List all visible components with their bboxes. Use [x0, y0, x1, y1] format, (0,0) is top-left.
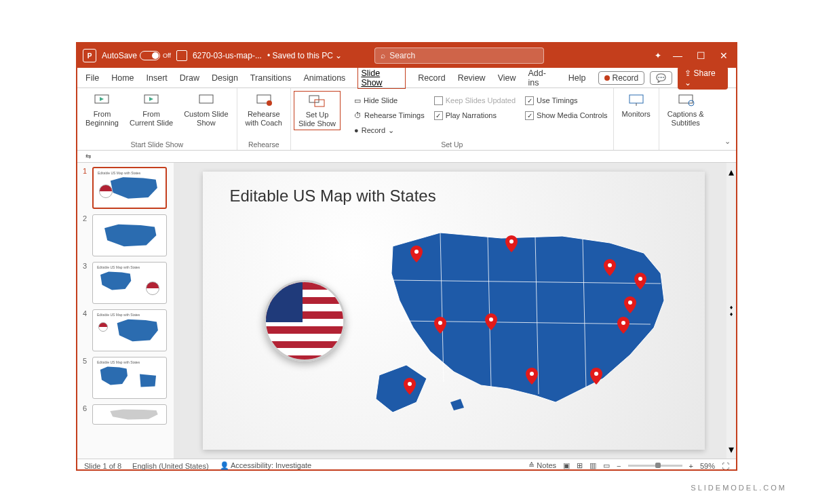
titlebar: P AutoSave Off 6270-03-us-map-... • Save… [77, 43, 736, 68]
thumbnail-6[interactable] [92, 404, 167, 425]
monitors-button[interactable]: Monitors [619, 91, 653, 120]
record-dropdown[interactable]: ● Record ⌄ [354, 123, 425, 137]
workspace: 1Editable US Map with States 2 3Editable… [77, 163, 736, 459]
rehearse-timings-button[interactable]: ⏱ Rehearse Timings [354, 109, 425, 122]
quick-access-bar: ⇆ [77, 151, 736, 163]
tab-draw[interactable]: Draw [180, 72, 199, 84]
collapse-ribbon-icon[interactable]: ⌄ [724, 137, 731, 146]
svg-rect-4 [199, 95, 213, 103]
keep-slides-updated-checkbox[interactable]: Keep Slides Updated [434, 94, 516, 107]
rehearse-with-coach-button[interactable]: Rehearse with Coach [243, 91, 285, 129]
play-icon [92, 92, 111, 109]
sparkle-icon[interactable]: ✦ [655, 51, 661, 60]
thumbnail-2[interactable] [92, 214, 167, 256]
svg-point-26 [530, 372, 534, 376]
tab-help[interactable]: Help [568, 72, 586, 84]
slide-canvas[interactable]: Editable US Map with States [203, 172, 705, 450]
language-status[interactable]: English (United States) [132, 462, 209, 470]
canvas-scrollbar[interactable]: ▴♦♦▾ [726, 163, 736, 459]
monitor-icon [627, 92, 646, 109]
normal-view-icon[interactable]: ▣ [563, 461, 570, 470]
tab-review[interactable]: Review [458, 72, 486, 84]
share-button[interactable]: ⇪ Share ⌄ [678, 66, 728, 90]
show-media-controls-checkbox[interactable]: Show Media Controls [525, 109, 608, 122]
tab-home[interactable]: Home [111, 72, 134, 84]
tab-design[interactable]: Design [212, 72, 238, 84]
comments-button[interactable]: 💬 [650, 71, 672, 85]
zoom-in-button[interactable]: + [689, 462, 693, 470]
captions-subtitles-button[interactable]: Captions & Subtitles [665, 91, 707, 129]
powerpoint-icon: P [83, 49, 96, 62]
use-timings-checkbox[interactable]: Use Timings [525, 94, 608, 107]
svg-marker-1 [100, 97, 104, 101]
svg-point-29 [408, 382, 412, 386]
from-beginning-button[interactable]: From Beginning [83, 91, 121, 129]
group-label-rehearse: Rehearse [248, 140, 279, 149]
tab-record[interactable]: Record [418, 72, 445, 84]
play-narrations-checkbox[interactable]: Play Narrations [434, 109, 516, 122]
slide-counter[interactable]: Slide 1 of 8 [84, 462, 121, 470]
svg-rect-8 [315, 100, 324, 106]
document-filename: 6270-03-us-map-... [193, 51, 262, 60]
thumbnail-1[interactable]: Editable US Map with States [92, 167, 167, 209]
svg-point-24 [621, 321, 625, 325]
slideshow-view-icon[interactable]: ▭ [603, 461, 610, 470]
zoom-out-button[interactable]: − [617, 462, 621, 470]
svg-rect-11 [679, 95, 693, 103]
tab-addins[interactable]: Add-ins [528, 67, 556, 89]
svg-point-23 [628, 301, 632, 305]
close-button[interactable]: ✕ [717, 50, 731, 61]
accessibility-status[interactable]: 👤 Accessibility: Investigate [220, 461, 312, 470]
slide-thumbnails-panel: 1Editable US Map with States 2 3Editable… [77, 163, 174, 459]
thumbnails-scrollbar[interactable] [174, 163, 180, 459]
ribbon-tabs: File Home Insert Draw Design Transitions… [77, 68, 736, 88]
ribbon: From Beginning From Current Slide Custom… [77, 88, 736, 151]
fit-to-window-icon[interactable]: ⛶ [722, 462, 729, 470]
save-icon[interactable] [176, 50, 187, 61]
minimize-button[interactable]: — [671, 50, 684, 61]
tab-file[interactable]: File [85, 72, 99, 84]
tab-animations[interactable]: Animations [304, 72, 346, 84]
custom-show-icon [197, 92, 216, 109]
svg-point-21 [608, 263, 612, 267]
setup-icon [308, 93, 327, 109]
captions-icon [676, 92, 695, 109]
search-input[interactable]: ⌕ Search [374, 47, 544, 64]
from-current-slide-button[interactable]: From Current Slide [127, 91, 176, 129]
toggle-off-icon [140, 51, 160, 60]
svg-point-25 [594, 372, 598, 376]
watermark: SLIDEMODEL.COM [691, 484, 787, 492]
hide-slide-button[interactable]: ▭ Hide Slide [354, 94, 425, 107]
autosave-toggle[interactable]: AutoSave Off [102, 51, 171, 60]
set-up-slide-show-button[interactable]: Set Up Slide Show [294, 91, 341, 130]
svg-marker-3 [149, 97, 153, 101]
thumbnail-5[interactable]: Editable US Map with States [92, 357, 167, 399]
slide-canvas-area: Editable US Map with States [180, 163, 726, 459]
coach-icon [254, 92, 273, 109]
thumbnail-4[interactable]: Editable US Map with States [92, 309, 167, 351]
save-status: • Saved to this PC ⌄ [267, 51, 342, 60]
us-flag-circle [264, 280, 345, 362]
tab-slideshow[interactable]: Slide Show [357, 67, 406, 89]
reading-view-icon[interactable]: ▥ [589, 461, 596, 470]
slide-title: Editable US Map with States [230, 187, 436, 206]
tab-view[interactable]: View [498, 72, 516, 84]
thumbnail-3[interactable]: Editable US Map with States [92, 262, 167, 304]
custom-slide-show-button[interactable]: Custom Slide Show [181, 91, 231, 129]
tab-transitions[interactable]: Transitions [250, 72, 292, 84]
record-button[interactable]: Record [598, 71, 645, 85]
play-current-icon [142, 92, 161, 109]
tab-insert[interactable]: Insert [147, 72, 168, 84]
search-icon: ⌕ [381, 51, 385, 60]
statusbar: Slide 1 of 8 English (United States) 👤 A… [77, 459, 736, 472]
svg-point-27 [489, 317, 493, 322]
zoom-level[interactable]: 59% [700, 462, 715, 470]
us-map-graphic [352, 219, 678, 429]
group-label-start: Start Slide Show [130, 140, 183, 149]
group-label-setup: Set Up [441, 140, 463, 149]
slide-sorter-icon[interactable]: ⊞ [577, 461, 583, 470]
notes-button[interactable]: ≙ Notes [528, 461, 556, 470]
zoom-slider[interactable] [628, 465, 682, 467]
maximize-button[interactable]: ☐ [694, 50, 708, 61]
svg-rect-7 [309, 96, 319, 102]
